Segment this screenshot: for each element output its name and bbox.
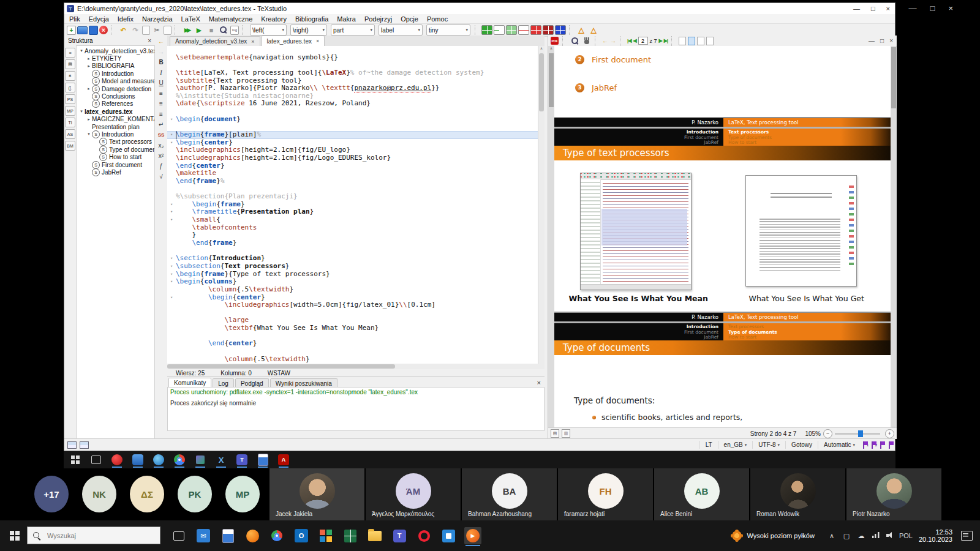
nav-section[interactable]: JabRef [554,335,718,340]
status-lt[interactable]: LT [699,441,718,449]
nav-subsection[interactable]: How to start [728,140,891,146]
close-icon[interactable]: × [148,37,151,44]
redo-icon[interactable]: ↷ [130,25,141,35]
panel-brackets[interactable]: ([. [65,83,75,92]
tree-item[interactable]: ▾Anomaly_detection_v3.tex [77,47,154,54]
zoom-out-icon[interactable]: − [823,429,832,438]
tree-item[interactable]: SIntroduction [77,70,154,77]
fit-icon[interactable]: ▥ [562,429,570,438]
expander-icon[interactable]: ▾ [78,109,85,114]
superscript-icon[interactable]: x² [156,151,167,160]
minimize-icon[interactable]: — [909,4,917,13]
message-tab-komunikaty[interactable]: Komunikaty [168,378,211,388]
bookmark-flag-icon[interactable]: 2 [870,441,876,449]
toolbar-dropdown-0[interactable]: \left(▾ [250,24,287,36]
cut-icon[interactable]: ✂ [151,25,162,35]
menu-bibliografia[interactable]: Bibliografia [295,15,328,23]
compile-icon[interactable]: ▶ [194,25,205,35]
tree-item[interactable]: SText processors [77,138,154,146]
network-icon[interactable] [870,532,882,539]
app-chrome-icon[interactable] [173,453,186,467]
participant-bubble[interactable]: +17 [34,476,69,512]
restore-icon[interactable]: □ [930,4,935,13]
align-center-icon[interactable]: ≡ [156,99,167,108]
bookmark-flag-icon[interactable]: 1 [862,441,868,449]
fold-marker-icon[interactable]: ▾ [167,278,176,286]
history-forward-icon[interactable]: → [610,37,616,44]
scroll-thumb[interactable] [167,364,395,369]
fold-marker-icon[interactable]: ▾ [167,263,176,271]
fold-marker-icon[interactable]: ▾ [167,255,176,263]
stop-compile-icon[interactable]: ■ [206,25,217,35]
tab-latex_edures.tex[interactable]: latex_edures.tex× [262,36,325,46]
tree-item[interactable]: SReferences [77,100,154,108]
table-remove-row-icon[interactable] [518,25,529,35]
tree-item[interactable]: Presentation plan [77,123,154,130]
expander-icon[interactable]: ▸ [86,64,92,69]
volume-icon[interactable] [884,532,897,540]
chrome-icon[interactable] [268,527,285,544]
nav-back-icon[interactable]: ← [156,36,167,46]
participant-tile[interactable]: ΆΜΆγγελος Μαρκόπουλος [366,468,461,520]
message-tab-podgląd[interactable]: Podgląd [235,378,269,388]
minimize-icon[interactable]: — [853,5,860,12]
status-automatic[interactable]: Automatic▾ [818,441,861,449]
expander-icon[interactable]: ▸ [86,86,92,91]
menu-latex[interactable]: LaTeX [181,15,200,23]
menu-makra[interactable]: Makra [337,15,356,23]
participant-bubble[interactable]: MP [225,476,260,512]
table-add-column-icon[interactable] [494,25,505,35]
fold-marker-icon[interactable]: ▾ [167,116,176,124]
close-icon[interactable]: × [889,37,893,44]
tree-item[interactable]: SJabRef [77,168,154,176]
align-left-icon[interactable]: ≡ [156,88,167,98]
close-file-icon[interactable]: × [99,26,108,34]
fold-marker-icon[interactable]: ▾ [167,271,176,279]
first-page-icon[interactable]: |◀ [627,38,631,43]
zoom-slider-thumb[interactable] [858,430,863,437]
status-gotowy[interactable]: Gotowy [785,441,818,449]
message-tab-wyniki poszukiwania[interactable]: Wyniki poszukiwania [270,378,337,388]
subscript-icon[interactable]: x₂ [156,140,167,150]
table-remove-column-icon[interactable] [530,25,541,35]
lock-icon[interactable]: ▤ [551,429,559,438]
opera-icon[interactable] [415,527,432,544]
menu-matematyczne[interactable]: Matematyczne [209,15,253,23]
new-document-icon[interactable]: + [67,26,76,35]
table-paste-column-icon[interactable] [506,25,517,35]
menu-narzędzia[interactable]: Narzędzia [142,15,173,23]
prev-page-icon[interactable]: ◀ [633,38,636,43]
nav-section[interactable]: JabRef [554,140,718,146]
zoom-in-icon[interactable]: + [885,429,894,438]
toggle-left-panel-icon[interactable] [67,441,77,449]
two-page-mode-icon[interactable] [697,37,704,45]
menu-kreatory[interactable]: Kreatory [261,15,287,23]
menu-plik[interactable]: Plik [69,15,80,23]
insert-section-icon[interactable]: SS [156,130,167,140]
panel-beamer[interactable]: BM [65,141,75,151]
app-writer-icon[interactable] [256,453,270,467]
panel-symbols[interactable]: ∗ [65,71,75,81]
table-align-columns-icon[interactable] [555,25,566,35]
participant-tile[interactable]: Jacek Jakiela [270,468,364,520]
tree-item[interactable]: SModel and measurem... [77,78,154,85]
onedrive-icon[interactable]: ☁ [855,532,867,540]
close-icon[interactable]: × [316,38,319,44]
tree-item[interactable]: ▸ETYKIETY [77,54,154,62]
close-icon[interactable]: × [886,5,890,12]
office-icon[interactable] [317,527,334,544]
prev-warning-icon[interactable]: △ [588,25,599,35]
pdf-left-scrollbar[interactable]: ∧ [548,46,554,430]
code-editor[interactable]: \setbeamertemplate{navigation symbols}{}… [167,46,545,364]
tree-item[interactable]: SFirst document [77,161,154,168]
taskbar-clock[interactable]: 12:53 20.10.2023 [919,528,952,543]
fold-marker-icon[interactable]: ▾ [167,208,176,216]
menu-idefix[interactable]: Idefix [118,15,134,23]
next-page-icon[interactable]: ▶ [659,38,662,43]
tree-item[interactable]: SHow to start [77,153,154,160]
close-icon[interactable]: × [537,379,541,386]
align-right-icon[interactable]: ≡ [156,109,167,119]
format-bold-icon[interactable]: B [156,57,167,67]
fold-marker-icon[interactable]: ▾ [167,216,176,224]
app-opera-icon[interactable] [110,453,124,467]
